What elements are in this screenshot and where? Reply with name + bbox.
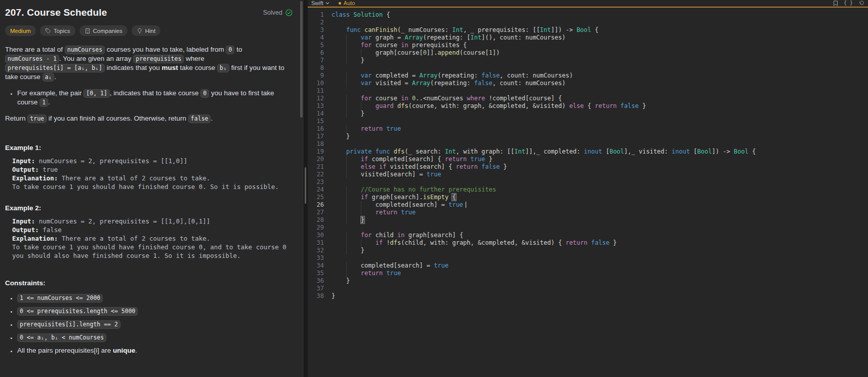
problem-scrollbar-thumb[interactable]	[300, 1, 303, 118]
line-number: 34	[308, 262, 324, 270]
indent-guide	[346, 102, 347, 110]
code-line[interactable]: 7 }	[308, 57, 868, 64]
code-line[interactable]: 6 graph[course[0]].append(course[1])	[308, 49, 868, 57]
format-code-button[interactable]: { }	[844, 1, 853, 6]
difficulty-badge[interactable]: Medium	[5, 25, 36, 36]
line-number: 37	[308, 285, 324, 292]
code-line-content: for course in 0..<numCourses where !comp…	[332, 95, 562, 102]
line-number: 28	[308, 216, 324, 224]
language-selector[interactable]: Swift	[311, 0, 329, 6]
inline-code: prerequisites[i] = [aᵢ, bᵢ]	[5, 64, 105, 72]
line-number: 23	[308, 178, 324, 186]
line-number: 16	[308, 125, 324, 133]
code-line[interactable]: 4 var graph = Array(repeating: [Int](), …	[308, 34, 868, 42]
code-line[interactable]: 11	[308, 87, 868, 95]
topics-button[interactable]: Topics	[40, 25, 75, 36]
autosave-indicator[interactable]: Auto	[339, 0, 355, 6]
code-line[interactable]: 19 private func dfs(_ search: Int, with …	[308, 148, 868, 156]
code-line[interactable]: 33	[308, 254, 868, 262]
page-title: 207. Course Schedule	[5, 7, 107, 18]
code-line[interactable]: 38}	[308, 292, 868, 300]
code-line[interactable]: 1class Solution {	[308, 11, 868, 19]
text: .	[48, 98, 50, 106]
code-line[interactable]: 15	[308, 118, 868, 125]
description-paragraph: Return true if you can finish all course…	[5, 114, 293, 123]
inline-code: 0	[226, 46, 234, 54]
code-line[interactable]: 37	[308, 285, 868, 292]
code-line[interactable]: 30 for child in graph[search] {	[308, 232, 868, 239]
code-line[interactable]: 29	[308, 224, 868, 232]
editor-code[interactable]: 1class Solution {23 func canFinish(_ num…	[308, 8, 868, 377]
code-line-content: var graph = Array(repeating: [Int](), co…	[332, 34, 565, 42]
code-line[interactable]: 21 else if visited[search] { return fals…	[308, 163, 868, 171]
code-line-content: var visited = Array(repeating: false, co…	[332, 80, 565, 87]
line-number: 30	[308, 232, 324, 239]
code-line-content: completed[search] = true	[332, 201, 466, 209]
code-line[interactable]: 5 for course in prerequisites {	[308, 42, 868, 49]
example-row-key: Input:	[12, 217, 35, 225]
line-number: 19	[308, 148, 324, 156]
companies-button[interactable]: Companies	[79, 25, 128, 36]
example-row: Input: numCourses = 2, prerequisites = […	[12, 157, 293, 165]
code-line[interactable]: 16 return true	[308, 125, 868, 133]
examples: Example 1:Input: numCourses = 2, prerequ…	[5, 144, 293, 260]
code-line[interactable]: 27 return true	[308, 209, 868, 216]
indent-guide	[361, 49, 361, 57]
code-line[interactable]: 2	[308, 19, 868, 26]
inline-code: [0, 1]	[84, 89, 110, 98]
line-number: 32	[308, 247, 324, 254]
line-number: 4	[308, 34, 324, 42]
line-number: 9	[308, 72, 324, 80]
code-line-content: }	[332, 216, 364, 224]
bookmark-icon	[833, 1, 838, 6]
inline-code: bᵢ	[217, 64, 229, 72]
code-line[interactable]: 35 return true	[308, 270, 868, 277]
code-line[interactable]: 28 }	[308, 216, 868, 224]
reset-code-button[interactable]	[858, 1, 864, 6]
problem-description: There are a total of numCourses courses …	[5, 45, 293, 124]
code-line[interactable]: 24 //Course has no further prerequisites	[308, 186, 868, 194]
indent-guide	[361, 102, 361, 110]
hint-button[interactable]: Hint	[132, 25, 160, 36]
bookmark-button[interactable]	[833, 1, 838, 6]
code-line-content: visited[search] = true	[332, 171, 441, 178]
constraint-item: 0 <= aᵢ, bᵢ < numCourses	[17, 333, 293, 341]
indent-guide	[346, 95, 347, 102]
code-line[interactable]: 20 if completed[search] { return true }	[308, 156, 868, 163]
panel-divider[interactable]	[304, 0, 308, 377]
code-line[interactable]: 25 if graph[search].isEmpty {	[308, 194, 868, 201]
description-paragraph: There are a total of numCourses courses …	[5, 45, 293, 82]
line-number: 36	[308, 277, 324, 285]
editor-panel: Swift Auto { }	[308, 0, 868, 377]
code-line[interactable]: 14 }	[308, 110, 868, 118]
code-line[interactable]: 9 var completed = Array(repeating: false…	[308, 72, 868, 80]
code-line-content: for course in prerequisites {	[332, 42, 467, 49]
code-line[interactable]: 22 visited[search] = true	[308, 171, 868, 178]
code-line[interactable]: 10 var visited = Array(repeating: false,…	[308, 80, 868, 87]
line-number: 20	[308, 156, 324, 163]
code-line[interactable]: 18	[308, 140, 868, 148]
code-line[interactable]: 23	[308, 178, 868, 186]
code-line-content: for child in graph[search] {	[332, 232, 463, 239]
code-line[interactable]: 13 guard dfs(course, with: graph, &compl…	[308, 102, 868, 110]
code-line-content: private func dfs(_ search: Int, with gra…	[332, 148, 756, 156]
example-row: Output: false	[12, 225, 293, 234]
code-line[interactable]: 34 completed[search] = true	[308, 262, 868, 270]
bold-text: unique	[113, 347, 135, 354]
code-line[interactable]: 12 for course in 0..<numCourses where !c…	[308, 95, 868, 102]
example-row-key: Output:	[12, 166, 39, 173]
code-line[interactable]: 36 }	[308, 277, 868, 285]
divider-handle[interactable]	[305, 167, 306, 204]
code-line[interactable]: 3 func canFinish(_ numCourses: Int, _ pr…	[308, 26, 868, 34]
code-line[interactable]: 17 }	[308, 133, 868, 140]
indent-guide	[346, 270, 347, 277]
code-line[interactable]: 32 }	[308, 247, 868, 254]
problem-scrollbar[interactable]	[300, 0, 303, 377]
code-line[interactable]: 31 if !dfs(child, with: graph, &complete…	[308, 239, 868, 247]
leetcode-app: 207. Course Schedule Solved Medium	[0, 0, 868, 377]
indent-guide	[346, 42, 347, 49]
code-line-content: class Solution {	[332, 11, 390, 19]
code-line[interactable]: 26 completed[search] = true	[308, 201, 868, 209]
bold-text: must	[162, 64, 178, 71]
code-line[interactable]: 8	[308, 64, 868, 72]
